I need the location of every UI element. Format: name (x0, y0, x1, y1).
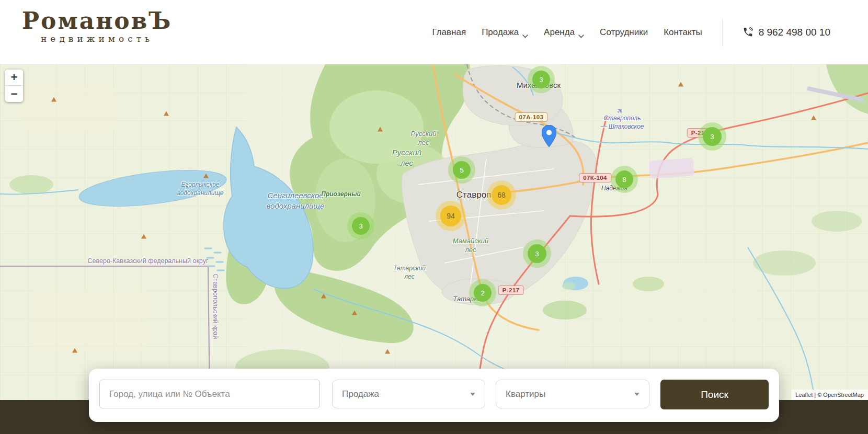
map-overlays: ЕгорлыкскоеводохранилищеСенгилеевскоевод… (0, 64, 868, 400)
map-label: Татарскийлес (393, 265, 426, 281)
property-type-select[interactable]: Квартиры (496, 380, 649, 408)
cluster-count: 94 (440, 205, 461, 226)
chevron-down-icon (470, 393, 475, 396)
deal-type-select[interactable]: Продажа (332, 380, 485, 408)
property-type-value: Квартиры (506, 389, 545, 399)
cluster-count: 3 (532, 71, 550, 88)
attribution-link-leaflet[interactable]: Leaflet (795, 392, 813, 398)
header: РомановЪ недвижимость ГлавнаяПродажаАрен… (0, 0, 868, 64)
cluster-marker[interactable]: 3 (347, 212, 374, 239)
map-label: Сенгилеевскоеводохранилище (267, 190, 325, 211)
cluster-count: 3 (352, 217, 370, 235)
search-panel: Продажа Квартиры Поиск (89, 369, 779, 422)
cluster-marker[interactable]: 3 (698, 122, 726, 151)
chevron-down-icon (634, 393, 639, 396)
nav-item-5[interactable]: Контакты (664, 27, 702, 38)
peak-icon (385, 349, 390, 354)
logo[interactable]: РомановЪ недвижимость (22, 9, 172, 44)
nav-item-label: Аренда (544, 27, 575, 38)
search-input[interactable] (99, 380, 320, 408)
map-attribution: Leaflet | © OpenStreetMap (791, 390, 868, 400)
map-label: Русскийлес (411, 130, 437, 147)
road-badge: 07А-103 (515, 112, 548, 122)
map-pin-marker[interactable] (542, 125, 556, 149)
attribution-separator: | (814, 392, 816, 398)
page: РомановЪ недвижимость ГлавнаяПродажаАрен… (0, 0, 868, 434)
peak-icon (164, 111, 169, 116)
zoom-control: + − (5, 70, 23, 102)
cluster-marker[interactable]: 68 (487, 180, 516, 210)
cluster-count: 3 (528, 244, 546, 263)
nav-item-label: Сотрудники (600, 27, 648, 38)
cluster-count: 3 (703, 127, 722, 146)
peak-icon (51, 97, 56, 102)
zoom-in-button[interactable]: + (5, 70, 23, 86)
nav-item-label: Продажа (482, 27, 519, 38)
zoom-out-button[interactable]: − (5, 86, 23, 102)
peak-icon (378, 127, 383, 132)
peak-icon (203, 174, 209, 178)
cluster-count: 2 (474, 284, 492, 302)
nav-item-label: Контакты (664, 27, 702, 38)
peak-icon (321, 294, 326, 299)
chevron-down-icon (522, 30, 528, 34)
cluster-marker[interactable]: 94 (436, 201, 466, 231)
main-nav: ГлавнаяПродажаАрендаСотрудникиКонтакты 8… (432, 0, 830, 64)
peak-icon (141, 234, 146, 239)
road-badge: Р-217 (498, 285, 524, 295)
nav-item-label: Главная (432, 27, 466, 38)
map-label: Егорлыкскоеводохранилище (177, 181, 224, 197)
map-label: Мамайскийлес (453, 237, 489, 255)
phone-block[interactable]: 8 962 498 00 10 (743, 27, 830, 38)
peak-icon (678, 82, 683, 87)
map-label: Приозерный (321, 190, 360, 199)
nav-divider (722, 18, 723, 47)
peak-icon (811, 116, 816, 120)
peak-icon (72, 348, 77, 353)
nav-item-2[interactable]: Продажа (482, 27, 528, 38)
logo-tagline: недвижимость (22, 33, 172, 44)
cluster-count: 5 (453, 161, 471, 179)
cluster-count: 68 (492, 185, 511, 205)
logo-title: РомановЪ (22, 9, 172, 32)
map-label: Русскийлес (392, 147, 421, 168)
map-label: Ставропольский край (211, 274, 220, 339)
cluster-marker[interactable]: 5 (448, 156, 475, 184)
cluster-marker[interactable]: 3 (528, 66, 555, 93)
nav-item-1[interactable]: Главная (432, 27, 466, 38)
cluster-count: 8 (615, 170, 633, 188)
phone-number[interactable]: 8 962 498 00 10 (759, 27, 830, 38)
nav-item-4[interactable]: Сотрудники (600, 27, 648, 38)
chevron-down-icon (578, 30, 584, 34)
map-label: Северо-Кавказский федеральный округ (88, 257, 209, 265)
peak-icon (352, 311, 357, 315)
map[interactable]: ЕгорлыкскоеводохранилищеСенгилеевскоевод… (0, 64, 868, 400)
cluster-marker[interactable]: 8 (611, 166, 638, 193)
map-label: Ставрополь— Шпаковское (600, 115, 644, 131)
nav-item-3[interactable]: Аренда (544, 27, 584, 38)
search-button[interactable]: Поиск (660, 380, 769, 409)
attribution-link-osm[interactable]: © OpenStreetMap (817, 392, 864, 398)
cluster-marker[interactable]: 3 (523, 239, 551, 268)
phone-icon (743, 27, 753, 38)
cluster-marker[interactable]: 2 (469, 279, 496, 306)
road-badge: 07К-104 (579, 173, 611, 182)
deal-type-value: Продажа (342, 389, 379, 399)
